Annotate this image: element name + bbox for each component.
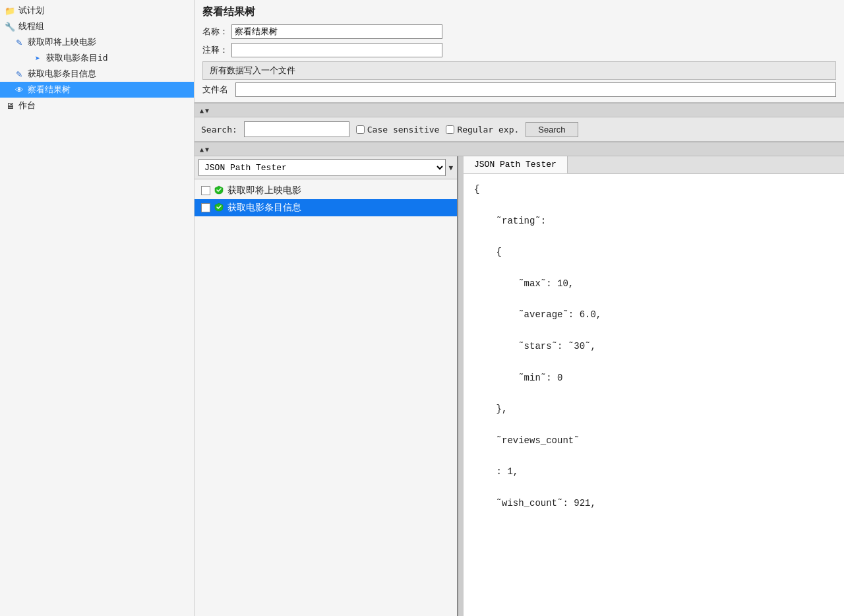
file-row: 文件名 — [202, 82, 836, 97]
sidebar-item-workbench[interactable]: 🖥 作台 — [0, 98, 194, 113]
sidebar-item-result-tree[interactable]: 👁 察看结果树 — [0, 82, 194, 98]
comment-label: 注释： — [202, 44, 231, 56]
json-pane: JSON Path Tester { ˜rating˜: { ˜max˜: 10… — [464, 156, 844, 616]
tree-content: 获取即将上映电影 获取电影条目信息 — [195, 179, 457, 616]
sidebar-item-test-plan[interactable]: 📁 试计划 — [0, 3, 194, 18]
tree-item-1[interactable]: 获取即将上映电影 — [195, 182, 457, 199]
eye-icon: 👁 — [13, 84, 25, 96]
pencil-icon: ✎ — [13, 36, 25, 48]
comment-input[interactable] — [231, 43, 442, 57]
json-tab-bar: JSON Path Tester — [464, 156, 844, 174]
search-bar: Search: Case sensitive Regular exp. Sear… — [195, 117, 844, 142]
dropdown-chevron-icon[interactable]: ▼ — [448, 164, 453, 172]
arrow-down2-icon[interactable]: ▼ — [205, 146, 209, 153]
sidebar-item-get-movie-info[interactable]: ✎ 获取电影条目信息 — [0, 66, 194, 82]
name-label: 名称： — [202, 26, 231, 38]
top-panel: 察看结果树 名称： 注释： 所有数据写入一个文件 文件名 — [195, 0, 844, 103]
tree-toolbar: JSON Path Tester ▼ — [195, 156, 457, 179]
workbench-icon: 🖥 — [4, 100, 16, 111]
panel-title: 察看结果树 — [202, 5, 836, 19]
view-dropdown[interactable]: JSON Path Tester — [198, 159, 446, 176]
json-text: { ˜rating˜: { ˜max˜: 10, ˜average˜: 6.0,… — [474, 182, 833, 512]
tree-splitter[interactable] — [458, 156, 464, 616]
folder-icon: 📁 — [4, 5, 16, 16]
arrow-icon: ➤ — [32, 52, 44, 64]
case-sensitive-label: Case sensitive — [367, 125, 440, 135]
arrow-up-icon[interactable]: ▲ — [200, 107, 204, 114]
tree-item-label-1: 获取即将上映电影 — [227, 185, 301, 197]
arrow-down-icon[interactable]: ▼ — [205, 107, 209, 114]
tree-checkbox-2[interactable] — [201, 203, 210, 212]
file-input[interactable] — [235, 82, 836, 97]
shield-green-icon-1 — [214, 185, 224, 197]
divider-arrows-2: ▲ ▼ — [195, 142, 844, 156]
tree-item-label-2: 获取电影条目信息 — [227, 202, 301, 214]
sidebar-item-thread-group[interactable]: 🔧 线程组 — [0, 18, 194, 34]
json-tab-active[interactable]: JSON Path Tester — [464, 156, 568, 173]
arrow-up2-icon[interactable]: ▲ — [200, 146, 204, 153]
tree-checkbox-1[interactable] — [201, 186, 210, 195]
divider-arrows: ▲ ▼ — [195, 103, 844, 117]
tree-item-2[interactable]: 获取电影条目信息 — [195, 199, 457, 216]
regex-checkbox[interactable] — [446, 125, 454, 134]
thread-icon: 🔧 — [4, 20, 16, 32]
json-content[interactable]: { ˜rating˜: { ˜max˜: 10, ˜average˜: 6.0,… — [464, 174, 844, 616]
sidebar: 📁 试计划 🔧 线程组 ✎ 获取即将上映电影 ➤ 获取电影条目id ✎ 获取电影… — [0, 0, 195, 616]
name-input[interactable] — [231, 24, 442, 39]
section-header: 所有数据写入一个文件 — [202, 61, 836, 80]
sidebar-item-get-movie-id[interactable]: ➤ 获取电影条目id — [0, 50, 194, 66]
name-row: 名称： — [202, 24, 836, 39]
comment-row: 注释： — [202, 43, 836, 57]
search-input[interactable] — [244, 121, 349, 137]
regex-group: Regular exp. — [446, 125, 519, 135]
file-label: 文件名 — [202, 84, 235, 96]
sidebar-item-get-movies[interactable]: ✎ 获取即将上映电影 — [0, 34, 194, 50]
pencil2-icon: ✎ — [13, 68, 25, 80]
bottom-pane: JSON Path Tester ▼ 获取即将上映电影 — [195, 156, 844, 616]
tree-pane: JSON Path Tester ▼ 获取即将上映电影 — [195, 156, 458, 616]
search-label: Search: — [201, 125, 237, 135]
case-sensitive-group: Case sensitive — [356, 125, 440, 135]
main-content: 察看结果树 名称： 注释： 所有数据写入一个文件 文件名 ▲ ▼ Search:… — [195, 0, 844, 616]
case-sensitive-checkbox[interactable] — [356, 125, 365, 134]
shield-green-icon-2 — [214, 202, 224, 214]
regex-label: Regular exp. — [457, 125, 519, 135]
search-button[interactable]: Search — [526, 122, 578, 137]
